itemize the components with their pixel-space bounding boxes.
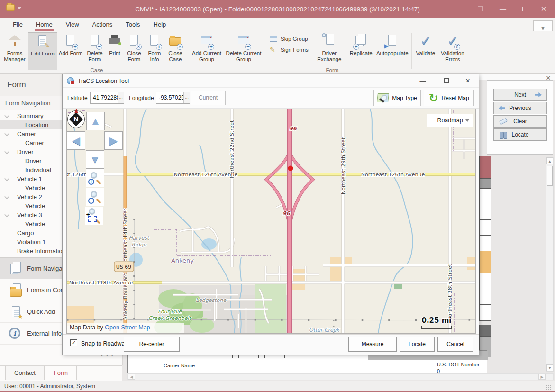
dialog-close-button[interactable]: ✕	[461, 76, 475, 86]
svg-text:96: 96	[289, 126, 297, 132]
svg-text:US 69: US 69	[116, 264, 132, 270]
delete-current-group-button[interactable]: − Delete Current Group	[224, 32, 264, 63]
delete-form-button[interactable]: − Delete Form	[84, 32, 106, 63]
dialog-minimize-button[interactable]: —	[416, 76, 430, 86]
document-star-icon: ★	[8, 305, 23, 319]
form-edge-cells	[479, 156, 491, 357]
svg-text:Ledgestone: Ledgestone	[196, 297, 227, 303]
menu-tools[interactable]: Tools	[119, 18, 146, 31]
ellipsis-button[interactable]: …	[118, 92, 124, 103]
svg-text:96: 96	[282, 210, 291, 217]
previous-button[interactable]: Previous	[493, 102, 547, 114]
clear-button[interactable]: Clear	[493, 115, 547, 128]
bottom-tabs: Contact Form	[0, 365, 122, 381]
window-minus-icon: −	[236, 33, 252, 49]
layout-icon[interactable]	[472, 3, 488, 15]
scroll-left-icon[interactable]: ◀	[128, 374, 135, 380]
menubar: File Home View Actions Tools Help	[0, 18, 555, 31]
eraser-icon	[499, 118, 508, 125]
validate-button[interactable]: ✓ Validate	[413, 32, 438, 56]
location-tool-dialog: TraCS Location Tool — ✕ Latitude 41.7922…	[62, 74, 479, 355]
snap-to-roadway-checkbox[interactable]: ✓	[70, 339, 77, 346]
replicate-button[interactable]: + Replicate	[347, 32, 375, 56]
close-button[interactable]: ✕	[536, 3, 552, 15]
arrow-left-icon	[499, 106, 505, 110]
add-current-group-button[interactable]: + Add Current Group	[190, 32, 224, 63]
dialog-maximize-button[interactable]	[439, 76, 454, 86]
vertical-scrollbar[interactable]: ▲ ▼	[546, 157, 554, 372]
clipboard-search-icon	[321, 33, 337, 49]
scrollbar-thumb[interactable]	[547, 166, 553, 186]
scroll-right-icon[interactable]: ▶	[538, 374, 546, 380]
ellipsis-button[interactable]: …	[183, 92, 190, 103]
compass-icon[interactable]: N	[67, 110, 85, 128]
pan-right-button[interactable]: ▶	[104, 131, 123, 150]
skip-group-button[interactable]: Skip Group	[270, 35, 309, 43]
map-style-dropdown[interactable]: Roadmap	[427, 114, 473, 127]
pan-left-button[interactable]: ◀	[67, 131, 85, 150]
close-case-button[interactable]: × Close Case	[164, 32, 186, 63]
folder-documents-icon	[8, 283, 23, 297]
cancel-button[interactable]: Cancel	[437, 337, 473, 352]
dialog-locate-button[interactable]: Locate	[400, 337, 435, 352]
location-marker[interactable]	[288, 166, 293, 171]
latitude-field[interactable]: 41.792288…	[90, 92, 124, 104]
minimize-button[interactable]: —	[495, 3, 511, 15]
field-divider	[435, 360, 435, 374]
autopopulate-button[interactable]: ▶ Autopopulate	[375, 32, 410, 56]
form-nav-button-panel: Next Previous Clear Locate	[487, 80, 553, 155]
carrier-name-label: Carrier Name:	[164, 363, 196, 368]
print-button[interactable]: Print	[106, 32, 124, 56]
pan-up-button[interactable]: ▲	[86, 112, 105, 130]
zoom-in-button[interactable]: +	[86, 169, 104, 187]
sign-forms-button[interactable]: ✎ Sign Forms	[270, 46, 309, 54]
svg-text:Harvest: Harvest	[129, 235, 150, 241]
driver-exchange-button[interactable]: Driver Exchange	[315, 32, 344, 63]
menu-actions[interactable]: Actions	[86, 18, 119, 31]
scroll-up-icon[interactable]: ▲	[546, 157, 553, 164]
tab-contact[interactable]: Contact	[5, 366, 45, 380]
titlebar: CMVI* - IA1234000003 (Open) - Folder0000…	[0, 0, 555, 18]
app-menu-caret-icon[interactable]	[18, 7, 21, 11]
dialog-bottom-bar: ✓ Snap to Roadway Re-center Measure Loca…	[63, 334, 479, 355]
current-location-button[interactable]: Current Location	[191, 91, 226, 105]
close-form-button[interactable]: × Close Form	[124, 32, 145, 63]
horizontal-scrollbar[interactable]: ◀ ▶	[127, 373, 554, 380]
edit-form-button[interactable]: ✎ Edit Form	[28, 32, 57, 70]
form-info-button[interactable]: i Form Info	[145, 32, 164, 63]
ribbon-group-case: Case	[78, 67, 116, 73]
dialog-titlebar[interactable]: TraCS Location Tool — ✕	[63, 74, 479, 88]
pan-down-button[interactable]: ▼	[86, 150, 104, 169]
app-icon[interactable]	[6, 4, 15, 11]
edit-document-icon: ✎	[35, 34, 51, 50]
longitude-field[interactable]: -93.570250…	[156, 92, 190, 104]
measure-button[interactable]: Measure	[348, 337, 397, 352]
status-user: User: 00001 - Administrator, System	[4, 383, 95, 390]
zoom-out-button[interactable]: −	[86, 188, 104, 206]
menu-view[interactable]: View	[59, 18, 86, 31]
add-form-button[interactable]: + Add Form	[57, 32, 84, 56]
validation-errors-button[interactable]: ✓? Validation Errors	[438, 32, 467, 63]
menu-home[interactable]: Home	[29, 18, 59, 31]
zoom-rectangle-button[interactable]: +	[85, 207, 103, 225]
svg-text:Creek Greenbelt: Creek Greenbelt	[148, 315, 191, 321]
recenter-button[interactable]: Re-center	[124, 337, 180, 352]
window-plus-icon: +	[199, 33, 215, 49]
openstreetmap-link[interactable]: Open Street Map	[105, 324, 150, 331]
maximize-button[interactable]	[517, 3, 533, 15]
resize-grip[interactable]	[546, 384, 552, 390]
menu-file[interactable]: File	[6, 18, 29, 31]
usdot-label: U.S. DOT Number	[437, 362, 480, 367]
svg-text:Four Mile: Four Mile	[158, 309, 182, 315]
map-canvas[interactable]: Northeast 22nd Street Northeast 29th Str…	[66, 109, 476, 334]
menu-help[interactable]: Help	[147, 18, 173, 31]
tab-form[interactable]: Form	[45, 366, 77, 380]
reset-map-button[interactable]: ↻ Reset Map	[424, 90, 474, 106]
map-type-button[interactable]: Map Type	[373, 90, 421, 106]
longitude-label: Longitude	[129, 95, 154, 101]
next-button[interactable]: Next	[493, 89, 547, 101]
svg-text:Northeast 22nd Street: Northeast 22nd Street	[229, 120, 235, 178]
locate-button[interactable]: Locate	[493, 128, 547, 141]
scroll-down-icon[interactable]: ▼	[546, 364, 553, 371]
forms-manager-button[interactable]: Forms Manager	[1, 32, 28, 63]
